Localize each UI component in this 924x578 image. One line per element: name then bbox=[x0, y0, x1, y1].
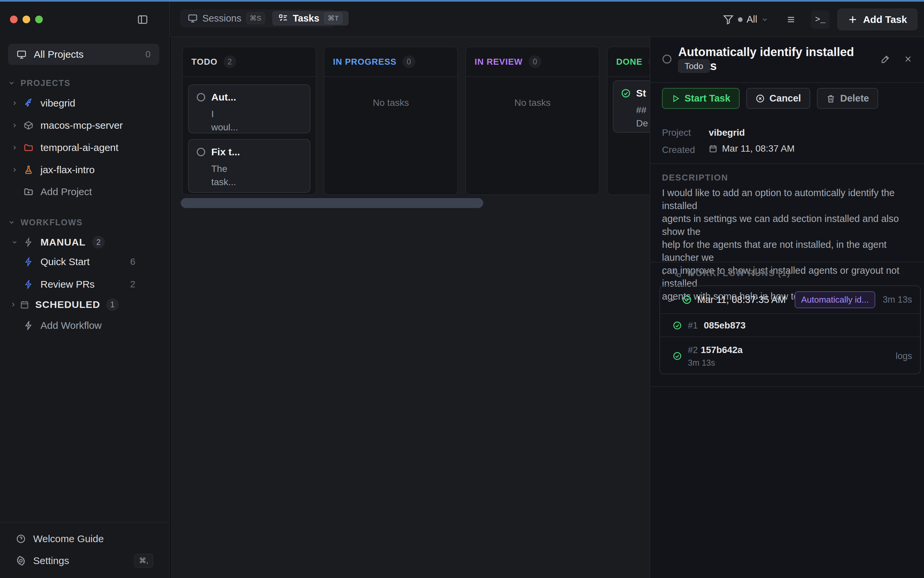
circle-status-icon bbox=[661, 54, 672, 64]
sidebar-item-vibegrid[interactable]: vibegrid bbox=[8, 94, 161, 112]
sidebar-footer: Welcome Guide Settings ⌘, bbox=[0, 522, 169, 578]
play-icon bbox=[671, 94, 680, 103]
calendar-icon bbox=[709, 144, 717, 153]
add-workflow-button[interactable]: Add Workflow bbox=[8, 316, 161, 335]
delete-button[interactable]: Delete bbox=[817, 88, 878, 109]
sidebar-item-quick-start[interactable]: Quick Start 6 bbox=[8, 253, 161, 271]
workflow-icon bbox=[673, 269, 682, 278]
monitor-icon bbox=[16, 49, 26, 59]
run-step-row[interactable]: #1 085eb873 bbox=[660, 315, 920, 337]
folder-plus-icon bbox=[21, 187, 36, 197]
chevron-down-icon[interactable] bbox=[8, 239, 21, 245]
sidebar-group-scheduled[interactable]: SCHEDULED 1 bbox=[8, 295, 161, 314]
sidebar-item-jax-flax-intro[interactable]: jax-flax-intro bbox=[8, 161, 161, 179]
sidebar-item-macos-mcp-server[interactable]: macos-mcp-server bbox=[8, 116, 161, 135]
close-window-button[interactable] bbox=[10, 16, 18, 23]
sessions-shortcut: ⌘S bbox=[246, 12, 265, 24]
view-tabbar: Sessions ⌘S Tasks ⌘T bbox=[180, 9, 335, 27]
task-card-fix[interactable]: Fix t... Thetask... bbox=[188, 139, 310, 193]
created-label: Created bbox=[662, 144, 695, 155]
zap-icon bbox=[21, 237, 36, 247]
folder-icon bbox=[21, 143, 36, 153]
task-detail-panel: Automatically identify installed agents … bbox=[650, 37, 924, 578]
projects-section-header[interactable]: PROJECTS bbox=[8, 76, 161, 89]
check-circle-icon bbox=[673, 351, 682, 360]
step-duration: 3m 13s bbox=[688, 358, 742, 368]
workflows-section-header[interactable]: WORKFLOWS bbox=[8, 216, 161, 229]
cancel-button[interactable]: Cancel bbox=[746, 88, 810, 109]
column-in-review: IN REVIEW 0 No tasks bbox=[465, 47, 600, 195]
column-done-header: DONE bbox=[608, 47, 650, 77]
settings-button[interactable]: Settings ⌘, bbox=[8, 551, 161, 570]
run-timestamp: Mar 11, 08:37:35 AM bbox=[697, 294, 789, 305]
run-workflow-badge[interactable]: Automatically id... bbox=[795, 291, 875, 308]
run-duration: 3m 13s bbox=[883, 295, 912, 305]
zap-icon bbox=[21, 321, 36, 330]
app-window: All Projects 0 PROJECTS vibegrid macos-m… bbox=[0, 0, 924, 578]
funnel-icon bbox=[723, 14, 734, 25]
chevron-right-icon[interactable] bbox=[8, 122, 21, 129]
sidebar-item-all-projects[interactable]: All Projects 0 bbox=[8, 44, 159, 65]
zoom-window-button[interactable] bbox=[35, 16, 43, 23]
scheduled-count-badge: 1 bbox=[106, 298, 119, 311]
horizontal-scrollbar[interactable] bbox=[181, 198, 483, 208]
column-done: DONE St ##De bbox=[607, 47, 650, 195]
task-card-done[interactable]: St ##De bbox=[613, 80, 650, 133]
tab-sessions[interactable]: Sessions ⌘S bbox=[182, 11, 271, 26]
chevron-right-icon[interactable] bbox=[8, 301, 19, 308]
step-number: #2 bbox=[688, 345, 698, 355]
start-task-button[interactable]: Start Task bbox=[662, 88, 739, 109]
sidebar: All Projects 0 PROJECTS vibegrid macos-m… bbox=[0, 2, 170, 578]
sidebar-item-review-prs[interactable]: Review PRs 2 bbox=[8, 275, 161, 294]
manual-count-badge: 2 bbox=[92, 236, 105, 248]
close-icon[interactable] bbox=[902, 53, 914, 65]
chevron-down-icon bbox=[660, 270, 668, 277]
description-header: DESCRIPTION bbox=[662, 172, 728, 183]
titlebar-controls: All >_ Add Task bbox=[723, 2, 918, 37]
help-circle-icon bbox=[16, 534, 26, 544]
filter-dropdown[interactable]: All bbox=[723, 14, 768, 25]
welcome-guide-button[interactable]: Welcome Guide bbox=[8, 529, 161, 549]
chevron-right-icon[interactable] bbox=[8, 167, 21, 173]
column-todo-header: TODO 2 bbox=[183, 47, 316, 77]
column-in-review-header: IN REVIEW 0 bbox=[466, 47, 599, 77]
run-header-row[interactable]: Mar 11, 08:37:35 AM Automatically id... … bbox=[660, 286, 920, 314]
list-menu-icon[interactable] bbox=[786, 14, 796, 25]
sidebar-group-manual[interactable]: MANUAL 2 bbox=[8, 233, 161, 252]
trash-icon bbox=[826, 94, 835, 103]
add-project-button[interactable]: Add Project bbox=[8, 182, 161, 201]
sidebar-item-temporal-ai-agent[interactable]: temporal-ai-agent bbox=[8, 138, 161, 157]
check-circle-icon bbox=[621, 88, 631, 98]
terminal-button[interactable]: >_ bbox=[811, 10, 830, 29]
chevron-right-icon[interactable] bbox=[8, 144, 21, 151]
divider bbox=[650, 262, 924, 263]
workflow-runs-header[interactable]: WORKFLOW RUNS (1) bbox=[660, 268, 791, 278]
calendar-icon bbox=[19, 300, 31, 309]
column-in-progress: IN PROGRESS 0 No tasks bbox=[324, 47, 458, 195]
todo-count-badge: 2 bbox=[224, 55, 236, 68]
chevron-down-icon bbox=[669, 296, 677, 303]
sidebar-toggle-icon[interactable] bbox=[135, 12, 150, 27]
in-progress-count-badge: 0 bbox=[403, 55, 415, 68]
edit-pencil-icon[interactable] bbox=[880, 53, 892, 65]
project-value: vibegrid bbox=[709, 127, 745, 138]
kanban-board: TODO 2 Aut... Iwoul... Fix t... Thetask.… bbox=[170, 37, 650, 578]
zap-icon bbox=[21, 280, 36, 289]
minimize-window-button[interactable] bbox=[23, 16, 30, 23]
empty-column-label: No tasks bbox=[466, 97, 599, 108]
chevron-down-icon bbox=[8, 79, 15, 87]
tasks-shortcut: ⌘T bbox=[324, 12, 343, 24]
add-task-button[interactable]: Add Task bbox=[837, 9, 918, 30]
run-step-row[interactable]: #2 157b642a 3m 13s logs bbox=[660, 338, 920, 374]
logs-link[interactable]: logs bbox=[895, 351, 912, 361]
divider bbox=[650, 82, 924, 83]
rocket-icon bbox=[21, 98, 36, 108]
chevron-right-icon[interactable] bbox=[8, 100, 21, 107]
column-in-progress-header: IN PROGRESS 0 bbox=[324, 47, 457, 77]
tab-tasks[interactable]: Tasks ⌘T bbox=[272, 11, 349, 26]
plus-icon bbox=[848, 15, 858, 24]
circle-status-icon bbox=[196, 92, 206, 102]
chevron-down-icon bbox=[8, 219, 15, 226]
task-card-automatically[interactable]: Aut... Iwoul... bbox=[188, 84, 310, 133]
quick-start-count: 6 bbox=[130, 257, 135, 267]
